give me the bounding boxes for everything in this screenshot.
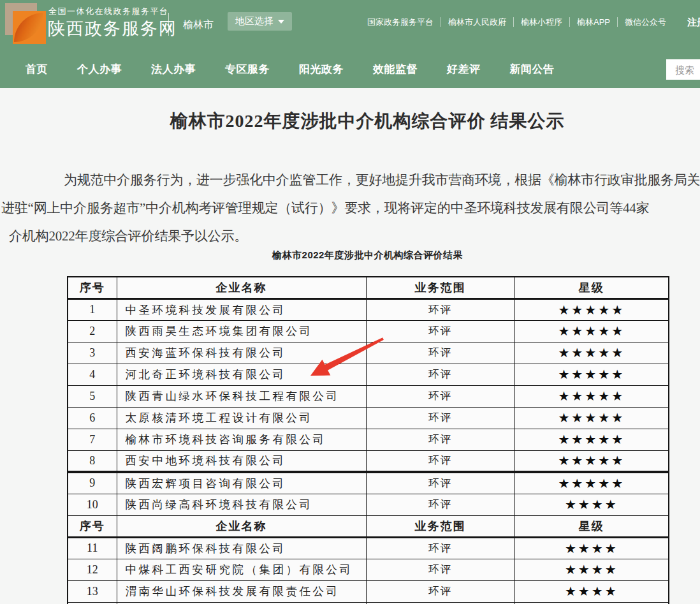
paragraph-line-1: 为规范中介服务行为，进一步强化中介监管工作，更好地提升我市营商环境，根据《榆林市…	[64, 171, 700, 189]
table-caption: 榆林市2022年度涉批中介机构综合评价结果	[67, 249, 668, 261]
main-nav: 首页个人办事法人办事专区服务阳光政务效能监督好差评新闻公告	[0, 50, 700, 88]
nav-item-6[interactable]: 效能监督	[373, 62, 418, 77]
cell-no: 10	[68, 494, 117, 515]
header-quick-links: 国家政务服务平台榆林市人民政府榆林小程序榆林APP微信公众号	[360, 17, 673, 27]
results-table-body: 序号企业名称业务范围星级1中圣环境科技发展有限公司环评★★★★★2陕西雨昊生态环…	[68, 277, 669, 604]
cell-scope: 环评	[366, 298, 514, 320]
cell-stars: ★★★★	[514, 494, 669, 515]
cell-no: 3	[68, 342, 117, 364]
table-row: 2陕西雨昊生态环境集团有限公司环评★★★★★	[68, 320, 669, 342]
cell-scope: 环评	[366, 364, 514, 385]
cell-scope: 环评	[366, 537, 514, 559]
cell-name: 陕西尚绿高科环境科技有限公司	[117, 494, 366, 515]
cell-no: 5	[68, 385, 117, 407]
page-title: 榆林市2022年度涉批中介机构综合评价 结果公示	[0, 109, 700, 133]
quick-link-1[interactable]: 国家政务服务平台	[360, 17, 441, 27]
table-row: 7榆林市环境科技咨询服务有限公司环评★★★★★	[68, 429, 669, 450]
cell-stars: ★★★★★	[514, 342, 669, 364]
table-row: 10陕西尚绿高科环境科技有限公司环评★★★★	[68, 494, 669, 515]
cell-no: 8	[68, 450, 117, 472]
cell-no: 12	[68, 559, 117, 580]
table-row: 11陕西阔鹏环保科技有限公司环评★★★★	[68, 537, 669, 559]
cell-no: 1	[68, 298, 117, 320]
nav-item-4[interactable]: 专区服务	[225, 62, 270, 77]
table-header-row: 序号企业名称业务范围星级	[68, 515, 669, 537]
cell-no: 13	[68, 580, 117, 602]
cell-stars: ★★★★	[514, 559, 669, 580]
cell-stars: ★★★★★	[514, 472, 669, 494]
cell-no: 4	[68, 364, 117, 385]
register-link[interactable]: 注册	[687, 17, 700, 29]
cell-scope: 环评	[366, 407, 514, 429]
cell-name: 陕西阔鹏环保科技有限公司	[117, 537, 366, 559]
cell-name: 陕西宏辉项目咨询有限公司	[117, 472, 366, 494]
cell-name: 陕西雨昊生态环境集团有限公司	[117, 320, 366, 342]
cell-name: 太原核清环境工程设计有限公司	[117, 407, 366, 429]
column-header-1: 序号	[68, 277, 117, 298]
paragraph-line-2: 进驻“网上中介服务超市”中介机构考评管理规定（试行）》要求，现将评定的中圣环境科…	[1, 199, 649, 217]
column-header-3: 业务范围	[366, 277, 514, 298]
quick-link-4[interactable]: 榆林APP	[570, 17, 618, 27]
table-row: 4河北奇正环境科技有限公司环评★★★★★	[68, 364, 669, 385]
column-header-2: 企业名称	[117, 277, 366, 298]
cell-name: 渭南华山环保科技发展有限责任公司	[117, 580, 366, 602]
cell-scope: 环评	[366, 494, 514, 515]
table-header-row: 序号企业名称业务范围星级	[68, 277, 669, 298]
table-row: 3西安海蓝环保科技有限公司环评★★★★★	[68, 342, 669, 364]
logo-orange-square	[13, 11, 46, 44]
nav-item-2[interactable]: 个人办事	[77, 62, 122, 77]
cell-no: 2	[68, 320, 117, 342]
cell-no: 9	[68, 472, 117, 494]
nav-item-7[interactable]: 好差评	[447, 62, 481, 77]
quick-link-3[interactable]: 榆林小程序	[514, 17, 570, 27]
cell-stars: ★★★★	[514, 537, 669, 559]
results-table: 序号企业名称业务范围星级1中圣环境科技发展有限公司环评★★★★★2陕西雨昊生态环…	[67, 276, 669, 604]
table-row: 12中煤科工西安研究院（集团）有限公司环评★★★★	[68, 559, 669, 580]
nav-item-1[interactable]: 首页	[26, 62, 48, 77]
cell-name: 西安中地环境科技有限公司	[117, 450, 366, 472]
cell-stars: ★★★★★	[514, 364, 669, 385]
region-selector-button[interactable]: 地区选择	[228, 12, 292, 31]
nav-item-5[interactable]: 阳光政务	[299, 62, 344, 77]
site-header: 全国一体化在线政务服务平台 陕西政务服务网 榆林市 地区选择 国家政务服务平台榆…	[0, 0, 700, 88]
table-row: 9陕西宏辉项目咨询有限公司环评★★★★★	[68, 472, 669, 494]
nav-item-3[interactable]: 法人办事	[151, 62, 196, 77]
current-city-label: 榆林市	[183, 18, 214, 32]
quick-link-5[interactable]: 微信公众号	[618, 17, 673, 27]
cell-no: 6	[68, 407, 117, 429]
cell-no: 11	[68, 537, 117, 559]
quick-link-2[interactable]: 榆林市人民政府	[441, 17, 514, 27]
cell-stars: ★★★★★	[514, 298, 669, 320]
search-input[interactable]	[666, 59, 700, 80]
table-row: 1中圣环境科技发展有限公司环评★★★★★	[68, 298, 669, 320]
cell-name: 中煤科工西安研究院（集团）有限公司	[117, 559, 366, 580]
nav-item-8[interactable]: 新闻公告	[510, 62, 555, 77]
cell-scope: 环评	[366, 559, 514, 580]
cell-scope: 环评	[366, 385, 514, 407]
main-nav-items: 首页个人办事法人办事专区服务阳光政务效能监督好差评新闻公告	[0, 62, 555, 77]
cell-scope: 环评	[366, 342, 514, 364]
cell-scope: 环评	[366, 429, 514, 450]
platform-label: 全国一体化在线政务服务平台	[48, 6, 169, 17]
chevron-down-icon	[278, 20, 284, 24]
paragraph-line-3: 介机构2022年度综合评价结果予以公示。	[9, 227, 247, 245]
cell-scope: 环评	[366, 320, 514, 342]
cell-name: 陕西青山绿水环保科技工程有限公司	[117, 385, 366, 407]
region-selector-label: 地区选择	[235, 15, 273, 27]
cell-scope: 环评	[366, 450, 514, 472]
column-header-3: 业务范围	[366, 515, 514, 537]
table-row: 5陕西青山绿水环保科技工程有限公司环评★★★★★	[68, 385, 669, 407]
cell-stars: ★★★★★	[514, 385, 669, 407]
announcement-page: 榆林市2022年度涉批中介机构综合评价 结果公示 为规范中介服务行为，进一步强化…	[0, 88, 700, 604]
brand-divider	[168, 13, 169, 36]
cell-stars: ★★★★★	[514, 320, 669, 342]
cell-no: 7	[68, 429, 117, 450]
cell-name: 榆林市环境科技咨询服务有限公司	[117, 429, 366, 450]
cell-stars: ★★★★★	[514, 450, 669, 472]
column-header-2: 企业名称	[117, 515, 366, 537]
table-row: 6太原核清环境工程设计有限公司环评★★★★★	[68, 407, 669, 429]
column-header-4: 星级	[514, 515, 669, 537]
site-name: 陕西政务服务网	[48, 17, 177, 40]
site-logo[interactable]	[5, 3, 47, 45]
logo-leaf-icon	[14, 13, 43, 42]
